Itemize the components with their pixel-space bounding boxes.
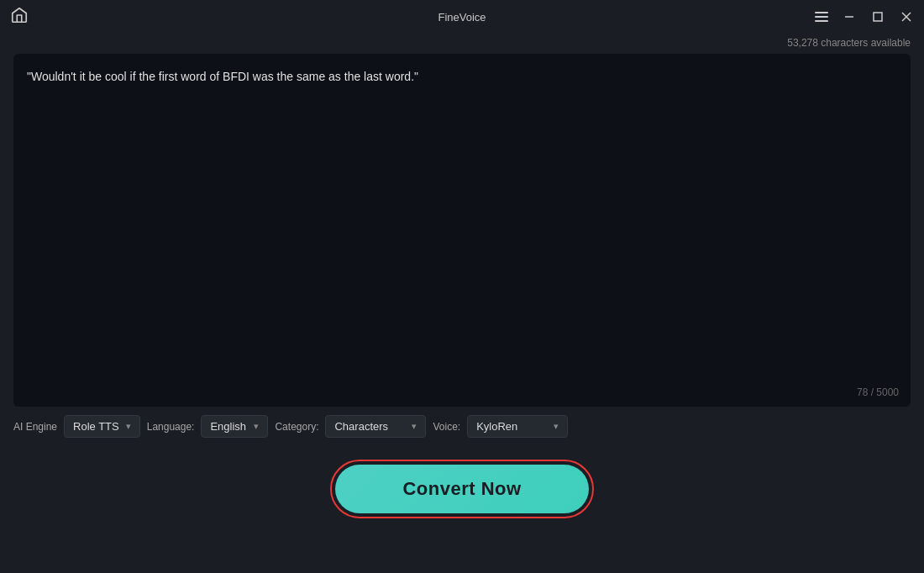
svg-rect-1 <box>874 13 882 21</box>
voice-select[interactable]: KyloRen ▾ <box>467 415 568 438</box>
category-select[interactable]: Characters ▾ <box>325 415 426 438</box>
title-bar: FineVoice <box>0 0 924 34</box>
ai-engine-label: AI Engine <box>13 421 57 433</box>
app-title: FineVoice <box>438 11 486 24</box>
convert-btn-wrapper: Convert Now <box>330 460 593 518</box>
voice-value: KyloRen <box>476 420 517 433</box>
language-select[interactable]: English ▾ <box>201 415 268 438</box>
title-bar-left <box>10 6 29 28</box>
category-chevron: ▾ <box>412 421 417 432</box>
category-label: Category: <box>275 421 318 433</box>
ai-engine-select[interactable]: Role TTS ▾ <box>64 415 140 438</box>
text-area-container: "Wouldn't it be cool if the first word o… <box>13 54 911 407</box>
voice-chevron: ▾ <box>554 421 559 432</box>
ai-engine-chevron: ▾ <box>126 421 131 432</box>
char-count: 78 / 5000 <box>857 386 899 398</box>
ai-engine-value: Role TTS <box>73 420 119 433</box>
hamburger-icon[interactable] <box>815 12 828 22</box>
characters-available: 53,278 characters available <box>0 34 924 54</box>
maximize-button[interactable] <box>870 9 885 24</box>
language-chevron: ▾ <box>254 421 259 432</box>
controls-bar: AI Engine Role TTS ▾ Language: English ▾… <box>0 407 924 446</box>
voice-label: Voice: <box>433 421 460 433</box>
minimize-button[interactable] <box>842 9 857 24</box>
home-icon[interactable] <box>10 6 29 28</box>
text-input[interactable]: "Wouldn't it be cool if the first word o… <box>13 54 911 407</box>
convert-now-button[interactable]: Convert Now <box>335 465 588 513</box>
convert-area: Convert Now <box>0 446 924 532</box>
category-value: Characters <box>334 420 388 433</box>
language-label: Language: <box>147 421 195 433</box>
close-button[interactable] <box>899 9 914 24</box>
title-bar-controls <box>815 9 914 24</box>
language-value: English <box>210 420 246 433</box>
